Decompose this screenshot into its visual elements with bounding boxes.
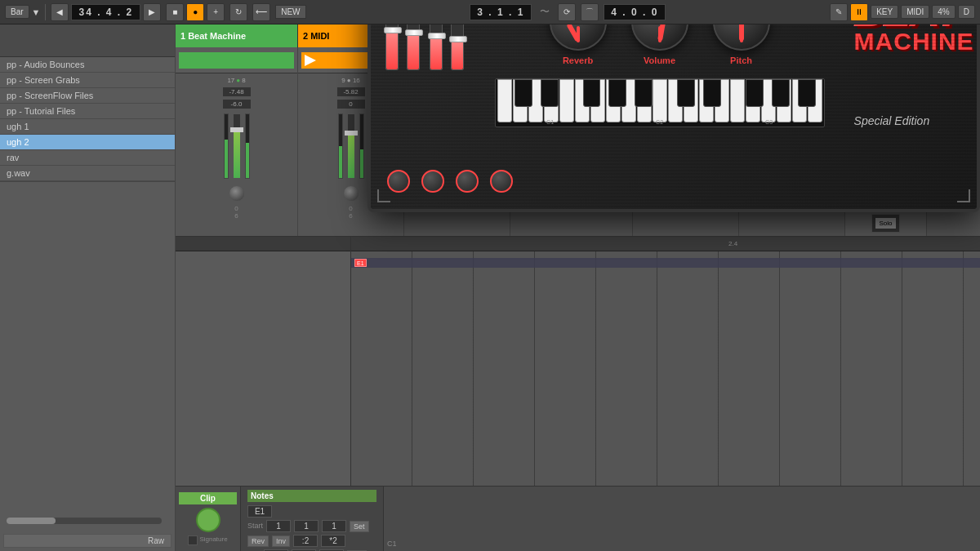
tracks-area: 1 Beat Machine 2 MIDI 3 Audio 4 Audio A …: [176, 24, 980, 551]
record-btn[interactable]: ●: [186, 3, 204, 21]
fader-track-misc[interactable]: [451, 24, 464, 70]
white-key-13[interactable]: [684, 79, 698, 122]
small-knob-1[interactable]: [387, 170, 410, 193]
sidebar-item-1[interactable]: pp - Screen Grabs: [0, 73, 175, 88]
vst-keyboard[interactable]: C1 C2 C3: [495, 78, 825, 127]
white-key-3[interactable]: [528, 79, 543, 122]
note-16[interactable]: E1: [354, 259, 367, 267]
sidebar-item-6[interactable]: rav: [0, 150, 175, 166]
white-key-17[interactable]: [746, 79, 760, 122]
clip-label: Clip: [179, 492, 237, 504]
white-key-21[interactable]: [808, 79, 822, 122]
pencil-icon[interactable]: ✎: [830, 3, 848, 21]
piano-keys: [176, 237, 351, 486]
mixer-db-beat: 17: [227, 77, 234, 84]
fader-midi[interactable]: [347, 113, 355, 179]
white-key-9[interactable]: [621, 79, 636, 122]
play-btn-midi[interactable]: [305, 55, 316, 66]
small-knob-4[interactable]: [490, 170, 513, 193]
midi-button[interactable]: MIDI: [901, 5, 929, 19]
fader-thumb-hihat[interactable]: [428, 33, 446, 39]
pan-midi[interactable]: [343, 185, 359, 202]
white-key-20[interactable]: [792, 79, 807, 122]
pan-beat[interactable]: [229, 185, 245, 202]
sidebar-item-5[interactable]: ugh 2: [0, 135, 175, 150]
sidebar-item-2[interactable]: pp - ScreenFlow Files: [0, 88, 175, 104]
white-key-10[interactable]: [637, 79, 652, 122]
white-key-6[interactable]: [575, 79, 590, 122]
forward-arrow[interactable]: ▶: [143, 3, 161, 21]
fader-thumb-snare[interactable]: [405, 29, 423, 36]
stop-btn[interactable]: ■: [166, 3, 184, 21]
white-key-18[interactable]: [761, 79, 776, 122]
bar-button[interactable]: Bar: [5, 5, 29, 19]
fader-beat[interactable]: [233, 113, 241, 179]
clip-bar-beat-machine[interactable]: [179, 52, 294, 69]
note-value: E1: [247, 505, 272, 518]
white-key-5[interactable]: [559, 79, 574, 122]
white-key-8[interactable]: [606, 79, 621, 122]
bottom-area: 2.4 E1 E1 E1 E1 E1: [176, 237, 980, 551]
white-key-14[interactable]: [699, 79, 714, 122]
white-key-16[interactable]: [730, 79, 745, 122]
step2-val: *2: [321, 535, 345, 547]
back-arrow[interactable]: ◀: [51, 3, 69, 21]
small-knob-3[interactable]: [456, 170, 479, 193]
raw-button[interactable]: Raw: [3, 534, 172, 548]
position-display: 34 . 4 . 2: [71, 4, 140, 20]
mixer-val-beat: 8: [242, 77, 245, 84]
sidebar-scrollbar[interactable]: [7, 518, 162, 524]
white-key-7[interactable]: [590, 79, 605, 122]
white-key-11[interactable]: [653, 79, 667, 122]
fader-thumb-midi[interactable]: [345, 131, 358, 136]
add-btn[interactable]: +: [207, 3, 225, 21]
fader-thumb-beat[interactable]: [230, 127, 243, 132]
fader-track-kick[interactable]: [385, 24, 399, 70]
d-button[interactable]: D: [958, 5, 975, 19]
sidebar-item-4[interactable]: ugh 1: [0, 119, 175, 135]
sidebar-item-7[interactable]: g.wav: [0, 166, 175, 181]
track-header-beat-machine[interactable]: 1 Beat Machine: [176, 24, 298, 47]
percent-button[interactable]: 4%: [932, 5, 955, 19]
loop-btn[interactable]: ↻: [229, 3, 247, 21]
solo-button[interactable]: Solo: [875, 218, 895, 229]
pitch-knob[interactable]: [713, 24, 770, 51]
play-btn-beat-machine[interactable]: [182, 55, 194, 66]
white-key-19[interactable]: [777, 79, 791, 122]
white-key-15[interactable]: [715, 79, 729, 122]
white-key-12[interactable]: [668, 79, 683, 122]
clip-toggle[interactable]: [188, 535, 198, 545]
vst-body: Kick Snare: [384, 24, 964, 127]
fader-thumb-kick[interactable]: [384, 27, 402, 33]
sidebar-item-0[interactable]: pp - Audio Bounces: [0, 57, 175, 73]
clip-color-dot[interactable]: [196, 508, 220, 532]
white-key-2[interactable]: [513, 79, 528, 122]
key-button[interactable]: KEY: [871, 5, 898, 19]
knob-pitch: Pitch: [713, 24, 770, 65]
transport-controls: ■ ● +: [166, 3, 225, 21]
rewind-btn[interactable]: ⟵: [252, 3, 270, 21]
white-key-1[interactable]: [497, 79, 512, 122]
fader-track-hihat[interactable]: [430, 24, 443, 70]
meter-fill-l-midi: [339, 146, 342, 178]
pause-icon[interactable]: ⏸: [850, 3, 868, 21]
step-row: Rev Inv :2 *2: [247, 535, 376, 547]
arrangement-ruler: 2.4: [351, 237, 980, 251]
inv-btn[interactable]: Inv: [272, 535, 290, 547]
rev-btn[interactable]: Rev: [247, 535, 269, 547]
sidebar: pp - Audio Bounces pp - Screen Grabs pp …: [0, 24, 176, 551]
fader-thumb-misc[interactable]: [449, 36, 467, 42]
start-set-btn[interactable]: Set: [350, 521, 369, 532]
sidebar-item-3[interactable]: pp - Tutorial Files: [0, 104, 175, 119]
small-knob-2[interactable]: [421, 170, 444, 193]
meter-fill-l-beat: [225, 140, 228, 178]
transport-display2: 4 . 0 . 0: [604, 4, 666, 20]
volume-knob[interactable]: [631, 24, 688, 51]
curve-btn[interactable]: ⌒: [581, 3, 599, 21]
fader-track-snare[interactable]: [407, 24, 420, 70]
keyboard-keys: C1 C2 C3: [496, 79, 824, 127]
white-key-4[interactable]: [544, 79, 559, 122]
reverb-knob[interactable]: [550, 24, 607, 51]
loop2-btn[interactable]: ⟳: [558, 3, 576, 21]
clip-beat-machine[interactable]: [176, 47, 298, 73]
